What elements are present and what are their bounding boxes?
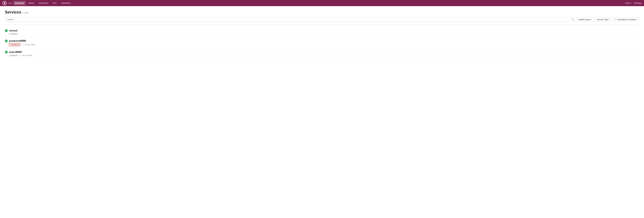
tag-item-users9999: 🏷 secure=false [19, 54, 32, 57]
service-name-products9998[interactable]: products9998 [9, 39, 26, 42]
service-name-users9999[interactable]: users9999 [9, 51, 22, 54]
nav-item-intentions[interactable]: Intentions [59, 1, 72, 5]
search-button[interactable] [572, 18, 574, 20]
instance-count-users9999[interactable]: 1 Instance [9, 54, 17, 57]
service-name-row: ✓ users9999 [5, 51, 639, 54]
chevron-down-icon: ▾ [609, 19, 610, 20]
nav-item-nodes[interactable]: Nodes [26, 1, 36, 5]
service-name-consul[interactable]: consul [9, 29, 17, 32]
health-status-label: Health Status [578, 18, 590, 21]
search-icon [572, 18, 574, 20]
page-title: Services [5, 10, 21, 14]
service-meta-users9999: 1 Instance 🏷 secure=false [5, 54, 639, 57]
tag-value-users9999: secure=false [22, 54, 32, 57]
filter-bar: Health Status ▾ Service Type ▾ ⇅ Unhealt… [5, 17, 639, 24]
datacenter-label[interactable]: dc1 [8, 2, 12, 4]
service-item-products9998: ✓ products9998 1 Instance 🏷 secure=false [5, 37, 639, 48]
svg-line-7 [573, 20, 574, 20]
search-input[interactable] [5, 17, 575, 22]
svg-point-1 [4, 2, 5, 4]
settings-button[interactable]: Settings [634, 2, 642, 4]
service-item-users9999: ✓ users9999 1 Instance 🏷 secure=false [5, 48, 639, 59]
health-icon-users9999: ✓ [5, 51, 8, 53]
nav-item-keyvalue[interactable]: Key/Value [37, 1, 50, 5]
service-item-consul: ✓ consul 1 Instance [5, 27, 639, 37]
navbar-right: Help ▾ Settings [625, 2, 642, 4]
tag-icon: 🏷 [19, 54, 21, 57]
nav-item-services[interactable]: Services [13, 1, 26, 5]
instance-count-consul[interactable]: 1 Instance [9, 33, 17, 35]
chevron-down-icon: ▾ [636, 19, 637, 20]
help-label: Help [625, 2, 630, 4]
sort-icon: ⇅ [615, 18, 616, 20]
chevron-down-icon: ▾ [591, 19, 592, 20]
service-meta-consul: 1 Instance [5, 33, 639, 35]
nav-items: Services Nodes Key/Value ACL Intentions [13, 1, 625, 5]
health-icon-consul: ✓ [5, 29, 8, 32]
service-name-row: ✓ consul [5, 29, 639, 32]
service-list: ✓ consul 1 Instance ✓ products9998 1 Ins… [5, 27, 639, 59]
tag-item-products9998: 🏷 secure=false [22, 43, 35, 46]
sort-label: Unhealthy to Healthy [617, 18, 636, 21]
service-name-row: ✓ products9998 [5, 39, 639, 42]
health-icon-products9998: ✓ [5, 39, 8, 42]
search-wrapper [5, 17, 575, 22]
help-button[interactable]: Help ▾ [625, 2, 632, 4]
health-status-filter[interactable]: Health Status ▾ [576, 17, 594, 22]
settings-label: Settings [634, 2, 642, 4]
page-header: Services 3 total [5, 10, 639, 14]
service-type-filter[interactable]: Service Type ▾ [595, 17, 612, 22]
tag-value-products9998: secure=false [25, 43, 35, 46]
service-type-label: Service Type [597, 18, 608, 21]
page-count: 3 total [22, 11, 28, 14]
service-meta-products9998: 1 Instance 🏷 secure=false [5, 43, 639, 46]
consul-logo-icon [2, 1, 7, 5]
tag-icon: 🏷 [22, 43, 24, 46]
navbar: dc1 Services Nodes Key/Value ACL Intenti… [0, 0, 644, 6]
nav-item-acl[interactable]: ACL [51, 1, 58, 5]
sort-filter[interactable]: ⇅ Unhealthy to Healthy ▾ [613, 17, 639, 22]
chevron-down-icon: ▾ [630, 2, 631, 4]
instance-count-products9998[interactable]: 1 Instance [9, 43, 20, 46]
main-content: Services 3 total Health Status ▾ Service… [0, 6, 644, 62]
